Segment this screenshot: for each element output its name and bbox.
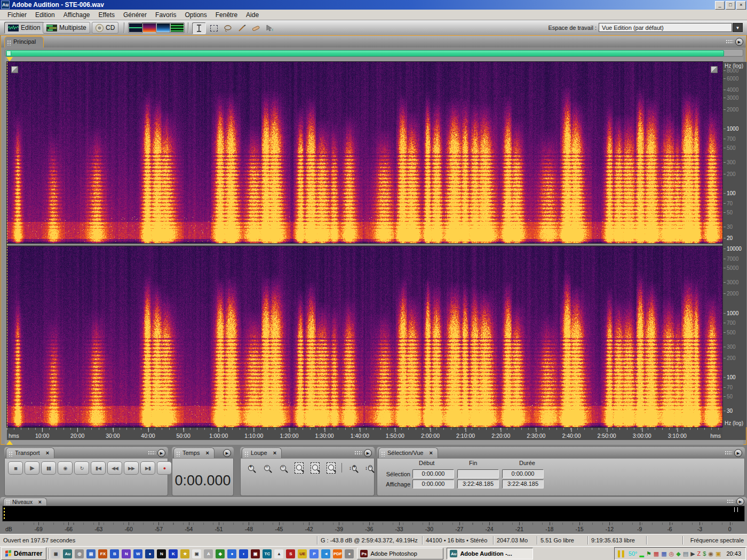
cd-view-button[interactable]: CD [92,22,118,34]
panel-menu-button[interactable]: ▶ [157,449,165,457]
tray-icon-12[interactable]: ◉ [708,549,713,558]
title-bar[interactable]: Au Adobe Audition - STE-006.wav _ □ × [0,0,747,10]
menu-item-4[interactable]: Générer [119,10,151,20]
pause-button[interactable]: ▮▮ [41,461,56,475]
lasso-selection-tool[interactable] [221,22,235,34]
quicklaunch-icon-19[interactable]: ▲ [274,549,283,558]
taskbar-button-photoshop[interactable]: Ps Adobe Photoshop [357,548,443,559]
time-selection-tool[interactable] [192,22,206,34]
menu-item-5[interactable]: Favoris [151,10,180,20]
playhead-marker-top[interactable] [6,57,13,61]
quicklaunch-icon-17[interactable]: ▣ [251,549,260,558]
quicklaunch-icon-1[interactable]: Au [63,549,72,558]
zoom-in-horizontal-button[interactable]: + [244,462,258,474]
top-marker-strip[interactable] [5,57,743,62]
quicklaunch-icon-13[interactable]: A [204,549,213,558]
close-icon[interactable]: × [430,450,433,456]
tray-icon-4[interactable]: ▦ [654,549,659,558]
selection-start-field[interactable]: 0:00.000 [412,469,454,478]
close-icon[interactable]: × [46,450,49,456]
menu-item-8[interactable]: Aide [242,10,263,20]
selection-tab[interactable]: Sélection/Vue × [378,447,438,458]
quicklaunch-icon-15[interactable]: ● [227,549,236,558]
quicklaunch-icon-20[interactable]: S [286,549,295,558]
temps-tab[interactable]: Temps × [173,447,214,458]
quicklaunch-icon-0[interactable]: ▦ [51,549,60,558]
tray-icon-9[interactable]: ▶ [690,549,695,558]
effects-paintbrush-tool[interactable] [235,22,249,34]
tray-icon-11[interactable]: $ [703,549,706,558]
playhead-marker-bottom[interactable] [6,441,13,445]
view-duration-field[interactable]: 3:22:48.185 [502,479,544,489]
tray-icon-5[interactable]: ▦ [661,549,666,558]
spectral-phase-display-button[interactable] [170,22,185,33]
spot-healing-tool[interactable] [249,22,263,34]
tray-icon-0[interactable]: ▌▌ [618,549,626,558]
tray-icon-3[interactable]: ⚑ [646,549,651,558]
horizontal-scrollbar-track[interactable] [5,49,743,57]
menu-item-7[interactable]: Fenêtre [211,10,242,20]
zoom-out-horizontal-button[interactable]: − [260,462,274,474]
quicklaunch-icon-10[interactable]: K [169,549,178,558]
horizontal-scrollbar-thumb[interactable] [6,50,724,57]
waveform-display-button[interactable] [128,22,143,33]
panel-menu-button[interactable]: ▶ [734,449,742,457]
corner-handle-left[interactable] [11,66,18,73]
tray-icon-8[interactable]: ▤ [683,549,688,558]
menu-item-1[interactable]: Edition [31,10,59,20]
quicklaunch-icon-9[interactable]: N [157,549,166,558]
view-start-field[interactable]: 0:00.000 [412,479,454,489]
tray-icon-13[interactable]: ▣ [716,549,721,558]
zoom-to-selection-button[interactable] [292,462,306,474]
close-button[interactable]: × [736,1,746,10]
panel-menu-button[interactable]: ▶ [364,449,372,457]
quicklaunch-icon-24[interactable]: PDF [333,549,342,558]
quicklaunch-icon-5[interactable]: B [110,549,119,558]
tray-icon-2[interactable]: ▂ [639,549,643,558]
loupe-tab[interactable]: Loupe × [242,447,282,458]
quicklaunch-icon-4[interactable]: FX [98,549,107,558]
selection-end-field[interactable] [457,469,499,478]
quicklaunch-icon-18[interactable]: TC [263,549,272,558]
corner-handle-right[interactable] [711,66,718,73]
transport-tab[interactable]: Transport × [6,447,54,458]
niveaux-tab[interactable]: Niveaux × [3,498,47,506]
level-meter[interactable] [2,506,745,522]
quicklaunch-icon-7[interactable]: W [133,549,142,558]
close-icon[interactable]: × [273,450,276,456]
tray-icon-10[interactable]: Z [697,549,701,558]
zoom-selection-left-button[interactable] [308,462,322,474]
quicklaunch-icon-21[interactable]: UE [298,549,307,558]
close-icon[interactable]: × [205,450,209,456]
quicklaunch-icon-16[interactable]: ◐ [239,549,248,558]
quicklaunch-icon-3[interactable]: ▤ [86,549,96,558]
menu-item-0[interactable]: Fichier [3,10,31,20]
frequency-scale[interactable]: Hz (log) 8000600040003000200010007005003… [722,62,746,427]
panel-menu-button[interactable]: ▶ [736,498,744,506]
close-icon[interactable]: × [38,499,42,505]
marquee-selection-tool[interactable] [207,22,221,34]
start-button[interactable]: Démarrer [1,547,46,560]
panel-menu-button[interactable]: ▶ [223,449,231,457]
quicklaunch-icon-2[interactable]: ◎ [75,549,84,558]
workspace-dropdown-arrow-icon[interactable]: ▼ [733,23,743,32]
fast-forward-button[interactable]: ▶▶ [124,461,139,475]
quicklaunch-icon-22[interactable]: P [309,549,319,558]
minimize-button[interactable]: _ [715,1,725,10]
play-button[interactable]: ▶ [25,461,39,475]
go-to-end-button[interactable]: ▶▮ [140,461,155,475]
spectrogram-left-channel[interactable] [7,62,722,243]
quicklaunch-icon-6[interactable]: N [122,549,131,558]
quicklaunch-icon-11[interactable]: ★ [180,549,189,558]
record-button[interactable]: ● [157,461,172,475]
tray-icon-1[interactable]: 50° [629,549,638,558]
quicklaunch-icon-23[interactable]: ◄ [321,549,330,558]
loop-button[interactable]: ↻ [74,461,89,475]
menu-item-3[interactable]: Effets [94,10,119,20]
tab-principal[interactable]: Principal [4,36,44,47]
menu-item-6[interactable]: Options [180,10,211,20]
selection-duration-field[interactable]: 0:00.000 [502,469,544,478]
spectrogram-right-channel[interactable] [7,246,722,427]
playhead-line[interactable] [7,62,7,427]
quicklaunch-icon-12[interactable]: ▣ [192,549,201,558]
